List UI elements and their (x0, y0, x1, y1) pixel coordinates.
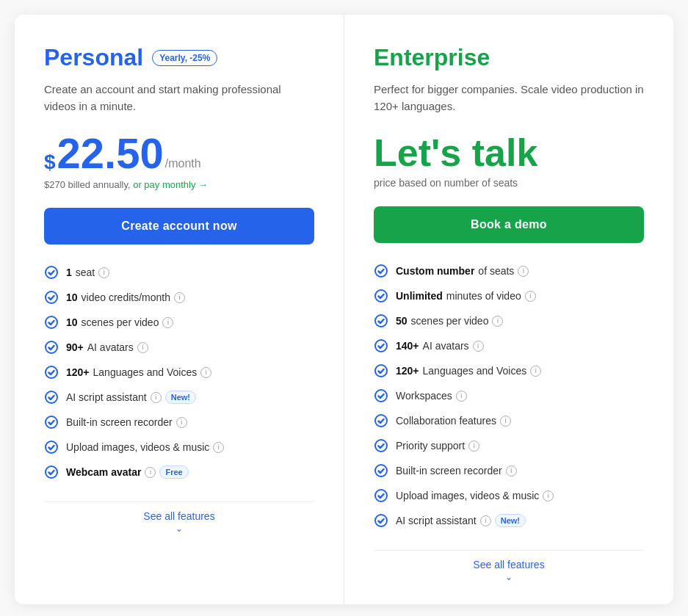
list-item: 1 seati (44, 265, 314, 280)
list-item: 10 video credits/monthi (44, 290, 314, 305)
list-item: Custom number of seatsi (374, 264, 644, 278)
personal-description: Create an account and start making profe… (44, 81, 314, 115)
svg-point-13 (375, 365, 387, 377)
check-circle-icon (374, 488, 388, 503)
list-item: Webcam avatariFree (44, 465, 314, 479)
list-item: Built-in screen recorderi (374, 463, 644, 478)
info-icon[interactable]: i (492, 316, 503, 327)
info-icon[interactable]: i (518, 266, 529, 277)
check-circle-icon (374, 314, 388, 328)
list-item: 90+ AI avatarsi (44, 340, 314, 355)
info-icon[interactable]: i (530, 366, 541, 377)
svg-point-1 (46, 291, 57, 303)
svg-point-9 (375, 265, 387, 277)
check-circle-icon (374, 264, 388, 278)
svg-point-17 (375, 465, 387, 477)
check-circle-icon (44, 415, 59, 430)
info-icon[interactable]: i (525, 291, 536, 302)
info-icon[interactable]: i (543, 490, 554, 501)
check-circle-icon (44, 315, 59, 330)
svg-point-5 (46, 391, 57, 403)
check-circle-icon (374, 338, 388, 353)
check-circle-icon (44, 265, 59, 280)
personal-plan-card: Personal Yearly, -25% Create an account … (15, 15, 344, 604)
pay-monthly-link[interactable]: or pay monthly → (133, 179, 208, 190)
enterprise-plan-card: Enterprise Perfect for bigger companies.… (344, 15, 673, 604)
list-item: 120+ Languages and Voicesi (374, 363, 644, 378)
new-badge: New! (495, 514, 526, 527)
info-icon[interactable]: i (473, 341, 484, 352)
price-dollar: $ (44, 150, 56, 175)
personal-plan-header: Personal Yearly, -25% (44, 44, 314, 71)
check-circle-icon (374, 388, 388, 403)
personal-price-section: $ 22.50 /month $270 billed annually, or … (44, 132, 314, 190)
personal-plan-name: Personal (44, 44, 143, 71)
svg-point-8 (46, 466, 57, 478)
list-item: AI script assistantiNew! (374, 513, 644, 528)
check-circle-icon (374, 363, 388, 378)
yearly-badge: Yearly, -25% (152, 50, 217, 66)
enterprise-plan-header: Enterprise (374, 44, 644, 71)
check-circle-icon (44, 340, 59, 355)
chevron-down-icon: ⌄ (175, 523, 183, 534)
personal-see-all-section: See all features ⌄ (44, 501, 314, 534)
lets-talk-heading: Let's talk (374, 132, 644, 174)
check-circle-icon (374, 463, 388, 478)
info-icon[interactable]: i (98, 267, 109, 278)
info-icon[interactable]: i (137, 342, 148, 353)
enterprise-see-all-link[interactable]: See all features ⌄ (473, 559, 544, 582)
check-circle-icon (374, 289, 388, 303)
price-main: $ 22.50 /month (44, 132, 314, 175)
svg-point-7 (46, 441, 57, 453)
svg-point-0 (46, 267, 57, 278)
check-circle-icon (44, 465, 59, 479)
info-icon[interactable]: i (145, 467, 156, 478)
info-icon[interactable]: i (176, 417, 187, 428)
svg-point-16 (375, 440, 387, 452)
info-icon[interactable]: i (151, 392, 162, 403)
list-item: 10 scenes per videoi (44, 315, 314, 330)
list-item: AI script assistantiNew! (44, 390, 314, 405)
enterprise-features-list: Custom number of seatsi Unlimited minute… (374, 264, 644, 528)
list-item: 140+ AI avatarsi (374, 338, 644, 353)
info-icon[interactable]: i (500, 416, 511, 427)
check-circle-icon (374, 438, 388, 453)
list-item: Unlimited minutes of videoi (374, 289, 644, 303)
list-item: 50 scenes per videoi (374, 314, 644, 328)
svg-point-11 (375, 315, 387, 327)
info-icon[interactable]: i (200, 367, 211, 378)
list-item: Upload images, videos & musici (374, 488, 644, 503)
list-item: Collaboration featuresi (374, 413, 644, 428)
info-icon[interactable]: i (468, 441, 479, 452)
svg-point-18 (375, 490, 387, 501)
info-icon[interactable]: i (506, 465, 517, 477)
personal-see-all-link[interactable]: See all features ⌄ (143, 510, 214, 534)
check-circle-icon (44, 290, 59, 305)
check-circle-icon (44, 390, 59, 405)
info-icon[interactable]: i (174, 292, 185, 303)
book-demo-button[interactable]: Book a demo (374, 206, 644, 243)
enterprise-see-all-section: See all features ⌄ (374, 550, 644, 582)
check-circle-icon (44, 440, 59, 454)
list-item: 120+ Languages and Voicesi (44, 365, 314, 380)
info-icon[interactable]: i (456, 391, 467, 402)
enterprise-plan-name: Enterprise (374, 44, 490, 71)
lets-talk-subtext: price based on number of seats (374, 177, 644, 189)
info-icon[interactable]: i (162, 317, 173, 328)
info-icon[interactable]: i (213, 442, 224, 453)
personal-features-list: 1 seati 10 video credits/monthi 10 scene… (44, 265, 314, 479)
svg-point-4 (46, 366, 57, 378)
enterprise-description: Perfect for bigger companies. Scale vide… (374, 81, 644, 115)
svg-point-6 (46, 416, 57, 428)
create-account-button[interactable]: Create account now (44, 208, 314, 244)
free-badge: Free (159, 465, 188, 479)
info-icon[interactable]: i (480, 515, 491, 526)
enterprise-price-section: Let's talk price based on number of seat… (374, 132, 644, 189)
check-circle-icon (374, 413, 388, 428)
svg-point-15 (375, 415, 387, 427)
list-item: Priority supporti (374, 438, 644, 453)
new-badge: New! (165, 391, 196, 404)
list-item: Workspacesi (374, 388, 644, 403)
list-item: Built-in screen recorderi (44, 415, 314, 430)
check-circle-icon (374, 513, 388, 528)
